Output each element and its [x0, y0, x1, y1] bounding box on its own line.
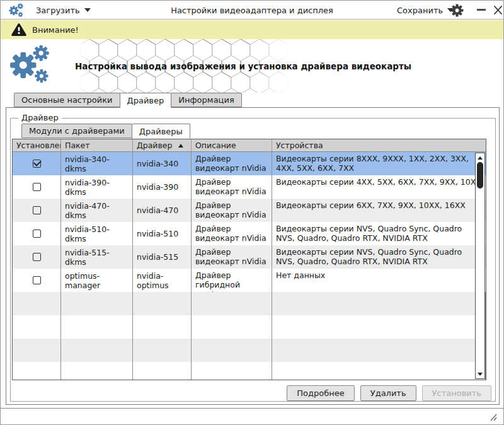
- close-icon: [492, 1, 504, 20]
- table-row[interactable]: nvidia-470-dkms nvidia-470 Драйвер видео…: [13, 199, 486, 222]
- installed-cell: [13, 152, 61, 175]
- package-cell: optimus-manager: [61, 269, 133, 292]
- title-bar: Загрузить Настройки видеоадаптера и дисп…: [1, 1, 503, 20]
- package-cell: nvidia-470-dkms: [61, 199, 133, 222]
- column-header-package[interactable]: Пакет: [61, 139, 133, 151]
- devices-cell: Нет данных: [272, 269, 486, 292]
- empty-row: [13, 339, 486, 362]
- column-header-installed[interactable]: Установлен: [13, 139, 61, 151]
- minimize-icon: [477, 9, 486, 11]
- devices-cell: Видеокарты серии NVS, Quadro Sync, Quadr…: [272, 222, 486, 245]
- driver-cell: nvidia-390: [133, 175, 192, 199]
- chevron-down-icon: [84, 8, 91, 12]
- devices-cell: Видеокарты серии NVS, Quadro Sync, Quadr…: [272, 245, 486, 269]
- scrollbar-thumb[interactable]: [477, 162, 483, 189]
- page-title: Настройка вывода изображения и установка…: [75, 61, 428, 71]
- column-header-devices[interactable]: Устройства: [272, 139, 486, 151]
- remove-button[interactable]: Удалить: [360, 385, 416, 401]
- load-menu-label: Загрузить: [36, 6, 80, 15]
- driver-groupbox: Драйвер Модули с драйверами Драйверы Уст…: [10, 118, 496, 402]
- installed-cell: [13, 245, 61, 269]
- installed-checkbox[interactable]: [33, 160, 41, 168]
- drivers-table: Установлен Пакет Драйвер Описание Устрой…: [12, 139, 486, 380]
- driver-tab-panel: Драйвер Модули с драйверами Драйверы Уст…: [6, 107, 500, 405]
- description-cell: Драйвер видеокарт nVidia: [192, 222, 272, 245]
- driver-cell: nvidia-340: [133, 152, 192, 175]
- empty-row: [13, 362, 486, 380]
- tab-drivers[interactable]: Драйверы: [132, 124, 190, 139]
- description-cell: Драйвер видеокарт nVidia: [192, 245, 272, 269]
- main-tabs: Основные настройки Драйвер Информация: [14, 93, 241, 108]
- warning-banner: Внимание!: [1, 20, 503, 39]
- warning-icon: [11, 23, 26, 37]
- devices-cell: Видеокарты серии 4XX, 5XX, 6XX, 7XX, 9XX…: [272, 175, 486, 199]
- settings-gear-button[interactable]: [450, 4, 464, 17]
- install-button[interactable]: Установить: [422, 385, 491, 401]
- driver-cell: nvidia-optimus: [133, 269, 192, 292]
- devices-cell: Видеокарты серии 6XX, 7XX, 9XX, 10XX, 16…: [272, 199, 486, 222]
- description-cell: Драйвер видеокарт nVidia: [192, 199, 272, 222]
- package-cell: nvidia-515-dkms: [61, 245, 133, 269]
- groupbox-label: Драйвер: [18, 113, 62, 122]
- table-row[interactable]: optimus-manager nvidia-optimus Драйвер г…: [13, 269, 486, 292]
- load-menu-button[interactable]: Загрузить: [33, 1, 93, 20]
- table-row[interactable]: nvidia-515-dkms nvidia-515 Драйвер видео…: [13, 245, 486, 269]
- warning-label: Внимание!: [32, 25, 79, 35]
- action-buttons: Подробнее Удалить Установить: [287, 385, 491, 401]
- table-row[interactable]: nvidia-510-dkms nvidia-510 Драйвер видео…: [13, 222, 486, 245]
- app-gears-icon: [9, 3, 24, 18]
- description-cell: Драйвер видеокарт nVidia: [192, 175, 272, 199]
- save-menu-button[interactable]: Сохранить: [394, 1, 456, 20]
- column-header-driver-label: Драйвер: [137, 141, 172, 150]
- sort-ascending-icon: [178, 144, 183, 148]
- installed-cell: [13, 199, 61, 222]
- installed-checkbox[interactable]: [33, 206, 41, 214]
- driver-subtabs: Модули с драйверами Драйверы: [21, 124, 190, 139]
- empty-row: [13, 315, 486, 339]
- package-cell: nvidia-390-dkms: [61, 175, 133, 199]
- package-cell: nvidia-340-dkms: [61, 152, 133, 175]
- tab-driver[interactable]: Драйвер: [120, 93, 172, 108]
- app-window: Загрузить Настройки видеоадаптера и дисп…: [0, 0, 504, 425]
- tab-basic-settings[interactable]: Основные настройки: [14, 93, 120, 107]
- table-row[interactable]: nvidia-390-dkms nvidia-390 Драйвер видео…: [13, 175, 486, 199]
- column-header-driver[interactable]: Драйвер: [133, 139, 192, 151]
- minimize-button[interactable]: [474, 1, 488, 20]
- driver-cell: nvidia-470: [133, 199, 192, 222]
- installed-cell: [13, 175, 61, 199]
- scrollbar-up-button[interactable]: [476, 154, 484, 161]
- installed-cell: [13, 222, 61, 245]
- installed-checkbox[interactable]: [33, 183, 41, 191]
- close-button[interactable]: [492, 1, 504, 20]
- status-bar: [1, 408, 503, 424]
- description-cell: Драйвер видеокарт nVidia: [192, 152, 272, 175]
- installed-checkbox[interactable]: [33, 253, 41, 261]
- page-header: Настройка вывода изображения и установка…: [1, 39, 503, 93]
- scroll-down-icon: [478, 373, 483, 376]
- resize-grip[interactable]: [488, 412, 498, 421]
- installed-checkbox[interactable]: [33, 230, 41, 238]
- driver-cell: nvidia-510: [133, 222, 192, 245]
- gears-logo-icon: [9, 45, 51, 86]
- save-menu-label: Сохранить: [397, 6, 443, 15]
- scrollbar-down-button[interactable]: [476, 370, 484, 378]
- scroll-up-icon: [478, 156, 483, 160]
- column-header-description[interactable]: Описание: [192, 139, 272, 151]
- empty-row: [13, 292, 486, 315]
- table-header: Установлен Пакет Драйвер Описание Устрой…: [13, 139, 486, 152]
- installed-checkbox[interactable]: [33, 276, 41, 284]
- table-row[interactable]: nvidia-340-dkms nvidia-340 Драйвер видео…: [13, 152, 486, 175]
- devices-cell: Видеокарты серии 8XXX, 9XXX, 1XX, 2XX, 3…: [272, 152, 486, 175]
- installed-cell: [13, 269, 61, 292]
- package-cell: nvidia-510-dkms: [61, 222, 133, 245]
- vertical-scrollbar[interactable]: [475, 153, 485, 379]
- details-button[interactable]: Подробнее: [287, 385, 354, 401]
- tab-driver-modules[interactable]: Модули с драйверами: [21, 124, 132, 138]
- description-cell: Драйвер гибридной графики ноутбука: [192, 269, 272, 292]
- tab-information[interactable]: Информация: [171, 93, 241, 107]
- driver-cell: nvidia-515: [133, 245, 192, 269]
